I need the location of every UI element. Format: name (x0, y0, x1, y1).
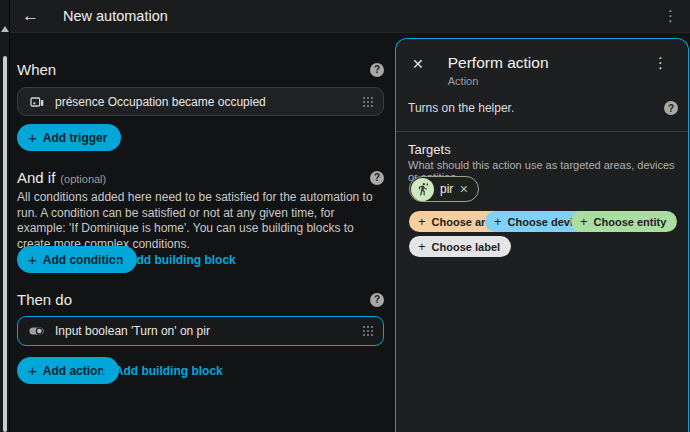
action-row-selected[interactable]: Input boolean 'Turn on' on pir (17, 316, 384, 346)
then-do-help-icon[interactable]: ? (370, 293, 384, 307)
trigger-row[interactable]: présence Occupation became occupied (17, 87, 384, 116)
panel-menu-icon[interactable]: ⋮ (649, 54, 672, 72)
panel-title: Perform action (448, 54, 549, 72)
chip-remove-icon[interactable]: ✕ (459, 183, 468, 196)
target-chip-pir[interactable]: pir ✕ (409, 176, 479, 202)
plus-icon: + (28, 130, 37, 145)
target-chip-label: pir (440, 182, 453, 196)
and-if-heading-text: And if (17, 169, 55, 186)
then-do-heading: Then do (17, 291, 72, 308)
topbar-menu-icon[interactable]: ⋮ (659, 7, 682, 25)
page-title: New automation (63, 8, 168, 24)
panel-titles: Perform action Action (448, 54, 549, 87)
plus-icon: + (28, 363, 37, 378)
add-trigger-button[interactable]: + Add trigger (17, 124, 121, 151)
motion-sensor-icon (411, 178, 434, 201)
plus-icon: + (28, 252, 37, 267)
choose-entity-label: Choose entity (594, 216, 667, 228)
then-do-heading-row: Then do ? (17, 291, 384, 308)
drag-handle-icon[interactable] (363, 97, 373, 107)
add-building-block-label: Add building block (128, 253, 236, 267)
panel-subtitle: Action (448, 75, 549, 87)
plus-icon: + (99, 362, 108, 379)
choose-entity-button[interactable]: + Choose entity (571, 211, 677, 232)
plus-icon: + (418, 239, 426, 254)
left-scrollbar[interactable] (0, 0, 10, 432)
when-help-icon[interactable]: ? (370, 63, 384, 77)
back-icon[interactable]: ← (22, 6, 39, 26)
add-action-label: Add action (43, 364, 105, 378)
plus-icon: + (494, 214, 502, 229)
plus-icon: + (112, 251, 121, 268)
choose-label-button[interactable]: + Choose label (409, 236, 511, 257)
scrollbar-up-arrow-icon[interactable] (1, 26, 9, 32)
and-if-heading: And if(optional) (17, 169, 106, 186)
toggle-switch-icon (28, 323, 45, 340)
perform-action-panel: ✕ Perform action Action ⋮ Turns on the h… (395, 38, 689, 432)
when-heading-row: When ? (17, 61, 384, 78)
drag-handle-icon[interactable] (363, 326, 373, 336)
and-if-heading-row: And if(optional) ? (17, 169, 384, 186)
when-heading: When (17, 61, 56, 78)
and-if-help-icon[interactable]: ? (370, 171, 384, 185)
choose-label-label: Choose label (432, 241, 500, 253)
scrollbar-thumb[interactable] (3, 56, 7, 432)
action-summary: Input boolean 'Turn on' on pir (55, 324, 353, 338)
targets-heading: Targets (408, 142, 451, 157)
optional-label: (optional) (60, 173, 106, 185)
trigger-summary: présence Occupation became occupied (55, 95, 353, 109)
add-trigger-label: Add trigger (43, 131, 108, 145)
panel-help-icon[interactable]: ? (664, 101, 678, 115)
plus-icon: + (580, 214, 588, 229)
panel-description-row: Turns on the helper. ? (408, 101, 678, 115)
topbar: ← New automation ⋮ (0, 0, 690, 33)
add-building-block-button-actions[interactable]: + Add building block (99, 362, 223, 379)
occupancy-sensor-icon (28, 93, 45, 110)
divider (396, 131, 688, 132)
plus-icon: + (418, 214, 426, 229)
add-building-block-label: Add building block (115, 364, 223, 378)
add-building-block-button-conditions[interactable]: + Add building block (112, 251, 236, 268)
close-icon[interactable]: ✕ (412, 56, 424, 72)
panel-description: Turns on the helper. (408, 101, 514, 115)
panel-header: ✕ Perform action Action ⋮ (396, 39, 688, 87)
conditions-description: All conditions added here need to be sat… (17, 190, 381, 252)
